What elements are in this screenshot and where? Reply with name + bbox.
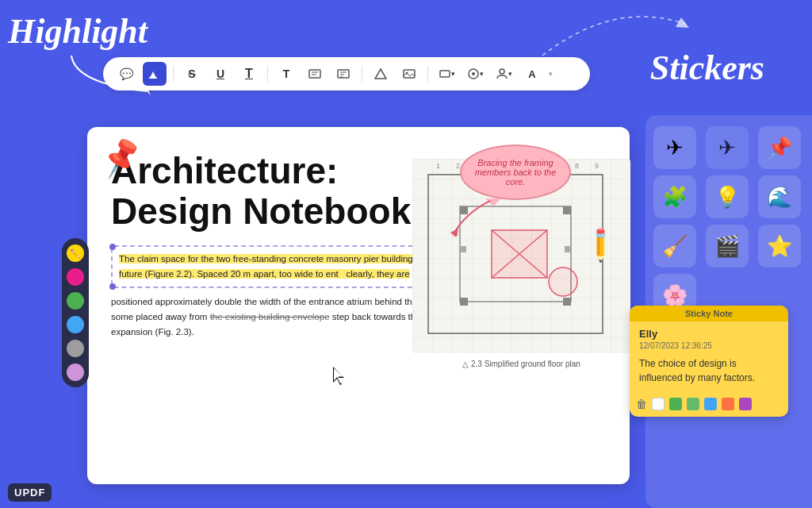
svg-text:8: 8: [575, 162, 579, 170]
sticky-note-date: 12/07/2023 12:36:25: [639, 341, 779, 350]
svg-marker-17: [450, 229, 458, 237]
floor-plan-caption: △ 2.3 Simplified ground floor plan: [412, 360, 630, 368]
svg-point-33: [549, 267, 577, 296]
color-gray-dot[interactable]: [67, 340, 84, 357]
speech-bubble: Bracing the framing members back to the …: [460, 144, 571, 200]
toolbar-highlight-btn[interactable]: [143, 62, 167, 86]
highlight-label: Highlight: [8, 11, 147, 52]
sticky-note: Sticky Note Elly 12/07/2023 12:36:25 The…: [630, 306, 788, 417]
svg-marker-10: [375, 69, 386, 79]
sticky-note-body: The choice of design is influenced by ma…: [639, 356, 779, 385]
svg-rect-38: [460, 246, 466, 252]
svg-rect-36: [460, 298, 468, 306]
sticker-puzzle[interactable]: 🧩: [653, 175, 696, 218]
toolbar-text-btn[interactable]: T: [237, 62, 261, 86]
toolbar-text-edit-btn[interactable]: [331, 62, 355, 86]
swatch-orange[interactable]: [722, 398, 734, 410]
sticker-clapper[interactable]: 🎬: [706, 225, 749, 267]
sticky-delete-btn[interactable]: 🗑: [636, 398, 647, 410]
svg-text:9: 9: [595, 162, 599, 170]
svg-rect-2: [149, 77, 157, 79]
updf-logo: UPDF: [8, 483, 52, 502]
toolbar-text-style-btn[interactable]: T: [274, 62, 298, 86]
sticker-plane2[interactable]: ✈: [706, 126, 749, 169]
left-color-toolbar: ✏️: [62, 238, 89, 387]
svg-rect-39: [565, 246, 571, 252]
color-green-dot[interactable]: [67, 292, 84, 310]
svg-marker-0: [676, 17, 689, 28]
main-toolbar: 💬 S U T T ▾ ▾ ▾ A ▾: [103, 57, 590, 90]
svg-point-15: [472, 72, 475, 75]
sticker-wave[interactable]: 🌊: [758, 175, 801, 218]
svg-point-16: [500, 69, 504, 74]
sticky-note-header: Sticky Note: [630, 306, 788, 321]
toolbar-rect-btn[interactable]: ▾: [435, 62, 458, 86]
color-blue-dot[interactable]: [67, 316, 84, 333]
svg-rect-35: [563, 206, 571, 214]
selection-dot-tl: [109, 244, 116, 250]
toolbar-sep-4: [427, 66, 428, 82]
toolbar-shape-btn[interactable]: [369, 62, 393, 86]
svg-text:1: 1: [436, 162, 440, 170]
toolbar-stamp-btn[interactable]: A: [520, 62, 544, 86]
svg-rect-13: [440, 71, 450, 77]
color-purple-dot[interactable]: [67, 364, 84, 381]
svg-rect-6: [338, 70, 349, 78]
toolbar-sep-1: [173, 66, 174, 82]
svg-rect-3: [309, 70, 320, 78]
swatch-purple[interactable]: [739, 398, 752, 410]
sticker-pin[interactable]: 📌: [758, 126, 801, 169]
toolbar-text-box-btn[interactable]: [303, 62, 327, 86]
sticker-bulb[interactable]: 💡: [706, 175, 749, 218]
swatch-lightgreen[interactable]: [687, 398, 699, 410]
toolbar-underline-btn[interactable]: U: [209, 62, 232, 86]
toolbar-comment-btn[interactable]: 💬: [114, 62, 138, 86]
sticker-star[interactable]: ⭐: [758, 225, 801, 267]
selection-dot-bl: [109, 283, 116, 290]
toolbar-strikethrough-btn[interactable]: S: [180, 62, 204, 86]
toolbar-pen-btn[interactable]: ▾: [463, 62, 487, 86]
color-pink-dot[interactable]: [67, 268, 84, 286]
sticky-note-footer: 🗑: [636, 398, 782, 410]
toolbar-image-btn[interactable]: [397, 62, 421, 86]
svg-rect-11: [404, 70, 415, 78]
toolbar-sep-3: [362, 66, 362, 82]
sticker-plane1[interactable]: ✈: [653, 126, 696, 169]
sticker-eraser[interactable]: 🧹: [653, 225, 696, 267]
swatch-blue[interactable]: [704, 398, 717, 410]
toolbar-person-btn[interactable]: ▾: [492, 62, 515, 86]
pen-tool-btn[interactable]: ✏️: [67, 244, 84, 262]
sticky-note-author: Elly: [639, 328, 779, 340]
stickers-label: Stickers: [650, 48, 764, 88]
svg-text:2: 2: [456, 162, 460, 170]
toolbar-sep-2: [267, 66, 268, 82]
swatch-white[interactable]: [652, 398, 665, 410]
svg-rect-37: [563, 298, 571, 306]
swatch-green[interactable]: [669, 398, 682, 410]
